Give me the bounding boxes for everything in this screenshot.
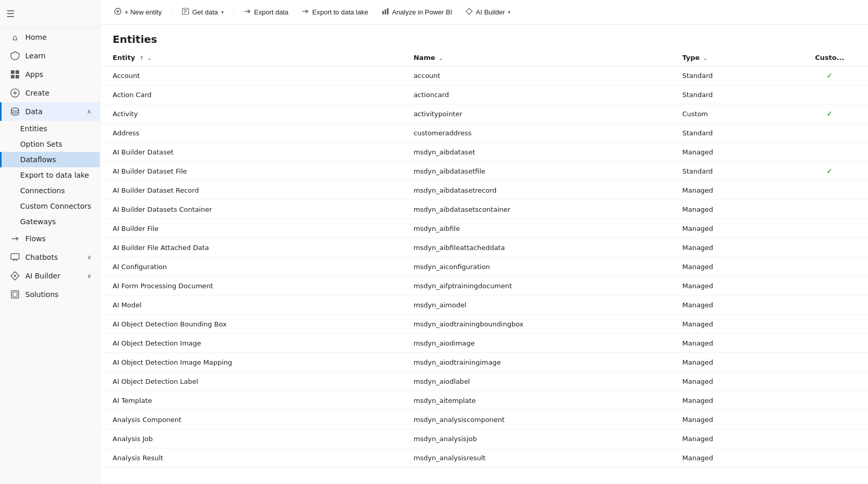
export-to-data-lake-button[interactable]: Export to data lake [296, 4, 374, 20]
get-data-icon [182, 8, 189, 17]
svg-rect-1 [16, 70, 19, 74]
analyze-bi-icon [382, 8, 389, 17]
table-row: AI Builder File···msdyn_aibfileManaged [100, 219, 868, 238]
chatbots-expand-icon: ∨ [87, 254, 91, 261]
cell-entity: Account··· [100, 66, 407, 85]
cell-name: msdyn_aiodimage [407, 334, 676, 353]
sidebar-solutions-label: Solutions [25, 290, 58, 299]
entity-name: AI Builder File [113, 225, 159, 232]
table-row: AI Builder Dataset File···msdyn_aibdatas… [100, 162, 868, 181]
sidebar-create-label: Create [25, 89, 50, 97]
entity-name: Activity [113, 110, 138, 118]
cell-entity: AI Template··· [100, 391, 407, 410]
sidebar-item-apps[interactable]: Apps [0, 65, 100, 84]
cell-entity: AI Form Processing Document··· [100, 276, 407, 295]
cell-type: Managed [676, 410, 791, 429]
sidebar-item-ai-builder[interactable]: AI Builder ∨ [0, 267, 100, 285]
cell-type: Managed [676, 353, 791, 372]
sidebar-sub-dataflows[interactable]: Dataflows [0, 152, 100, 167]
cell-name: activitypointer [407, 104, 676, 123]
type-filter-icon: ⌄ [703, 55, 707, 61]
cell-entity: AI Builder File Attached Data··· [100, 238, 407, 257]
gateways-label: Gateways [20, 217, 56, 226]
sidebar-sub-connections[interactable]: Connections [0, 183, 100, 198]
cell-custom [791, 315, 868, 334]
export-data-icon [244, 8, 251, 17]
col-header-entity[interactable]: Entity ↑ ⌄ [100, 50, 407, 66]
analyze-power-bi-button[interactable]: Analyze in Power BI [376, 4, 458, 20]
entity-name: Analysis Job [113, 435, 153, 443]
svg-rect-20 [382, 11, 384, 14]
cell-name: msdyn_aimodel [407, 295, 676, 315]
col-header-name[interactable]: Name ⌄ [407, 50, 676, 66]
cell-custom: ✓ [791, 162, 868, 181]
entity-name: AI Object Detection Label [113, 378, 198, 385]
cell-custom [791, 200, 868, 219]
export-lake-icon [302, 8, 309, 17]
col-custom-label: Custo... [815, 54, 844, 61]
col-header-custom[interactable]: Custo... [791, 50, 868, 66]
cell-type: Managed [676, 143, 791, 162]
page-content: Entities Entity ↑ ⌄ Name ⌄ [100, 25, 868, 484]
cell-entity: AI Builder Dataset File··· [100, 162, 407, 181]
table-row: AI Object Detection Label···msdyn_aiodla… [100, 372, 868, 391]
ai-builder-button[interactable]: AI Builder ▾ [460, 4, 516, 20]
table-row: AI Form Processing Document···msdyn_aifp… [100, 276, 868, 295]
cell-type: Managed [676, 295, 791, 315]
svg-rect-11 [11, 291, 19, 298]
learn-icon [10, 51, 20, 61]
entity-name: AI Builder Dataset Record [113, 186, 199, 194]
sidebar-item-data[interactable]: Data ∧ [0, 102, 100, 121]
data-icon [10, 106, 20, 117]
cell-custom [791, 276, 868, 295]
cell-entity: Action Card··· [100, 85, 407, 104]
table-row: Action Card···actioncardStandard [100, 85, 868, 104]
cell-type: Managed [676, 372, 791, 391]
entity-name: AI Object Detection Image [113, 339, 201, 347]
cell-entity: AI Object Detection Label··· [100, 372, 407, 391]
cell-entity: Analysis Result··· [100, 448, 407, 467]
export-lake-label: Export to data lake [20, 171, 89, 179]
table-row: Analysis Job···msdyn_analysisjobManaged [100, 429, 868, 448]
cell-custom [791, 257, 868, 276]
sidebar-sub-gateways[interactable]: Gateways [0, 214, 100, 229]
table-row: Analysis Component···msdyn_analysiscompo… [100, 410, 868, 429]
apps-icon [10, 69, 20, 80]
sidebar-sub-option-sets[interactable]: Option Sets [0, 136, 100, 152]
table-header-row: Entity ↑ ⌄ Name ⌄ Type ⌄ [100, 50, 868, 66]
col-header-type[interactable]: Type ⌄ [676, 50, 791, 66]
export-data-label: Export data [254, 8, 289, 16]
entities-table: Entity ↑ ⌄ Name ⌄ Type ⌄ [100, 50, 868, 467]
entity-name: AI Model [113, 301, 142, 309]
sidebar-item-home[interactable]: ⌂ Home [0, 28, 100, 46]
col-type-label: Type [682, 54, 700, 61]
cell-custom [791, 410, 868, 429]
hamburger-icon: ☰ [6, 8, 14, 19]
cell-custom [791, 181, 868, 200]
sidebar-item-flows[interactable]: Flows [0, 229, 100, 248]
get-data-button[interactable]: Get data ▾ [176, 4, 229, 20]
sidebar-item-create[interactable]: Create [0, 84, 100, 102]
svg-marker-23 [466, 8, 472, 14]
cell-custom [791, 334, 868, 353]
cell-type: Managed [676, 257, 791, 276]
cell-name: msdyn_aiodtrainingboundingbox [407, 315, 676, 334]
sidebar-sub-custom-connectors[interactable]: Custom Connectors [0, 198, 100, 214]
ai-builder-btn-icon [466, 8, 473, 17]
sidebar-item-chatbots[interactable]: Chatbots ∨ [0, 248, 100, 267]
cell-entity: Address··· [100, 123, 407, 143]
new-entity-button[interactable]: + New entity [109, 4, 167, 20]
hamburger-menu[interactable]: ☰ [0, 4, 100, 23]
sidebar-sub-entities[interactable]: Entities [0, 121, 100, 136]
sidebar-item-learn[interactable]: Learn [0, 46, 100, 65]
sidebar-sub-export-data-lake[interactable]: Export to data lake [0, 167, 100, 183]
sidebar-ai-builder-label: AI Builder [25, 272, 60, 280]
sidebar-data-label: Data [25, 107, 42, 116]
svg-point-10 [14, 275, 16, 277]
cell-entity: AI Object Detection Image··· [100, 334, 407, 353]
entity-name: AI Builder Datasets Container [113, 206, 212, 213]
table-row: AI Configuration···msdyn_aiconfiguration… [100, 257, 868, 276]
sidebar-item-solutions[interactable]: Solutions [0, 285, 100, 304]
svg-point-7 [11, 108, 19, 111]
export-data-button[interactable]: Export data [238, 4, 295, 20]
